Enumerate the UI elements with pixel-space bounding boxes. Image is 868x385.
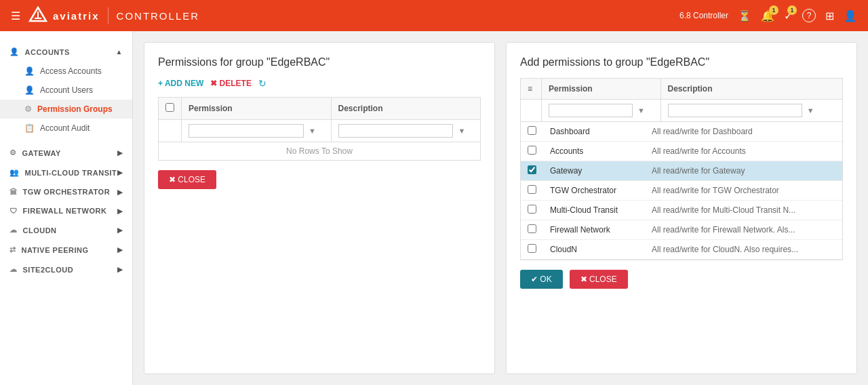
permission-checkbox-2[interactable] (528, 165, 536, 174)
menu-icon[interactable]: ☰ (11, 9, 20, 22)
permission-desc-5: All read/write for Firewall Network. Als… (645, 220, 842, 240)
multicloud-label: Multi-Cloud Transit (25, 169, 117, 177)
permission-groups-icon: ⚙ (24, 104, 32, 114)
right-th-permission: Permission (541, 79, 660, 100)
permission-name-5: Firewall Network (543, 220, 645, 240)
permission-name-6: CloudN (543, 240, 645, 260)
topnav: ☰ aviatrix Controller 6.8 Controller ⏳ 🔔… (0, 0, 868, 31)
account-users-label: Account Users (40, 85, 93, 95)
right-filter-row: ▼ ▼ (521, 100, 843, 122)
permission-checkbox-0[interactable] (528, 126, 536, 135)
firewall-icon: 🛡 (9, 207, 18, 215)
user-icon[interactable]: 👤 (844, 9, 857, 22)
accounts-label: Accounts (25, 48, 70, 56)
permission-name-2: Gateway (543, 161, 645, 181)
add-new-button[interactable]: + ADD NEW (158, 79, 203, 88)
right-th-menu: ≡ (521, 79, 542, 100)
sidebar-item-account-users[interactable]: 👤 Account Users (0, 81, 132, 100)
check-icon[interactable]: ✓ 1 (784, 9, 793, 22)
permission-name-1: Accounts (543, 142, 645, 161)
tgw-chevron: ▶ (117, 188, 123, 196)
access-accounts-icon: 👤 (24, 66, 35, 76)
right-table-row: Firewall NetworkAll read/write for Firew… (521, 220, 842, 240)
sidebar-item-access-accounts[interactable]: 👤 Access Accounts (0, 62, 132, 81)
site2cloud-chevron: ▶ (117, 266, 123, 273)
permission-checkbox-3[interactable] (528, 185, 536, 194)
filter-row: ▼ ▼ (159, 120, 481, 142)
site2cloud-icon: ☁ (9, 265, 18, 274)
left-panel-title: Permissions for group "EdgeRBAC" (158, 56, 481, 68)
access-accounts-label: Access Accounts (40, 66, 102, 76)
permission-checkbox-6[interactable] (528, 244, 536, 253)
bell-icon[interactable]: 🔔 1 (761, 9, 774, 22)
filter-permission-cell: ▼ (182, 120, 332, 142)
th-checkbox (159, 98, 182, 120)
version-label: 6.8 Controller (679, 11, 728, 20)
tgw-label: TGW Orchestrator (23, 188, 111, 196)
right-th-description: Description (660, 79, 843, 100)
permission-checkbox-4[interactable] (528, 205, 536, 214)
permission-name-3: TGW Orchestrator (543, 181, 645, 201)
right-filter-description-cell: ▼ (660, 100, 843, 122)
no-rows-row: No Rows To Show (159, 142, 481, 161)
sidebar-item-account-audit[interactable]: 📋 Account Audit (0, 119, 132, 138)
right-panel-bottom: ✔ OK ✖ CLOSE (520, 270, 843, 289)
cloudn-chevron: ▶ (117, 226, 123, 234)
right-table-row: TGW OrchestratorAll read/write for TGW O… (521, 181, 842, 201)
help-icon[interactable]: ? (802, 9, 816, 22)
filter-checkbox-cell (159, 120, 182, 142)
sidebar-item-permission-groups[interactable]: ⚙ Permission Groups (0, 100, 132, 119)
right-filter-menu-cell (521, 100, 542, 122)
logo-text: aviatrix (53, 10, 100, 22)
sidebar-firewall-header[interactable]: 🛡 Firewall Network ▶ (0, 201, 132, 220)
account-audit-icon: 📋 (24, 123, 35, 133)
permission-filter-input[interactable] (189, 124, 304, 138)
right-permission-filter-input[interactable] (549, 104, 633, 117)
controller-title: Controller (117, 10, 200, 22)
account-users-icon: 👤 (24, 85, 35, 95)
right-table-row: CloudNAll read/write for CloudN. Also re… (521, 240, 842, 260)
permission-desc-6: All read/write for CloudN. Also requires… (645, 240, 842, 260)
right-table-scroll: DashboardAll read/write for DashboardAcc… (520, 122, 843, 260)
right-table-row: Multi-Cloud TransitAll read/write for Mu… (521, 201, 842, 220)
right-description-filter-icon[interactable]: ▼ (807, 106, 814, 115)
permission-filter-icon[interactable]: ▼ (309, 127, 316, 135)
sidebar-tgw-header[interactable]: 🏛 TGW Orchestrator ▶ (0, 182, 132, 201)
sidebar-multicloud-header[interactable]: 👥 Multi-Cloud Transit ▶ (0, 163, 132, 182)
no-rows-text: No Rows To Show (159, 142, 481, 161)
sidebar-gateway-header[interactable]: ⚙ Gateway ▶ (0, 143, 132, 163)
right-table-header-row: ≡ Permission Description (521, 79, 843, 100)
right-table-header: ≡ Permission Description ▼ ▼ (520, 78, 843, 122)
permission-desc-1: All read/write for Accounts (645, 142, 842, 161)
right-table-row: AccountsAll read/write for Accounts (521, 142, 842, 161)
hourglass-icon[interactable]: ⏳ (738, 9, 751, 22)
description-filter-input[interactable] (338, 124, 454, 138)
permission-desc-4: All read/write for Multi-Cloud Transit N… (645, 201, 842, 220)
permission-checkbox-1[interactable] (528, 146, 536, 155)
grid-icon[interactable]: ⊞ (825, 9, 834, 22)
right-panel-close-button[interactable]: ✖ CLOSE (570, 270, 628, 289)
refresh-button[interactable]: ↻ (258, 78, 267, 89)
ok-button[interactable]: ✔ OK (520, 270, 563, 289)
left-panel-close-button[interactable]: ✖ CLOSE (158, 170, 216, 189)
toolbar: + ADD NEW ✖ DELETE ↻ (158, 78, 481, 89)
sidebar-cloudn-header[interactable]: ☁ CloudN ▶ (0, 220, 132, 240)
nav-divider (108, 7, 108, 24)
left-panel: Permissions for group "EdgeRBAC" + ADD N… (144, 42, 495, 374)
sidebar-site2cloud-header[interactable]: ☁ Site2Cloud ▶ (0, 260, 132, 279)
gateway-icon: ⚙ (9, 148, 17, 157)
right-table-row: GatewayAll read/write for Gateway (521, 161, 842, 181)
right-panel: Add permissions to group "EdgeRBAC" ≡ Pe… (506, 42, 857, 374)
permission-desc-0: All read/write for Dashboard (645, 122, 842, 142)
sidebar-accounts-header[interactable]: 👤 Accounts ▲ (0, 42, 132, 62)
sidebar-nativepeering-header[interactable]: ⇄ Native Peering ▶ (0, 240, 132, 260)
select-all-checkbox[interactable] (165, 103, 174, 112)
permissions-table: Permission Description ▼ ▼ (158, 97, 481, 161)
right-description-filter-input[interactable] (668, 104, 802, 117)
right-permission-filter-icon[interactable]: ▼ (637, 106, 645, 115)
logo: aviatrix (28, 6, 100, 25)
gateway-label: Gateway (22, 149, 61, 157)
delete-button[interactable]: ✖ DELETE (210, 79, 252, 88)
description-filter-icon[interactable]: ▼ (458, 127, 465, 135)
permission-checkbox-5[interactable] (528, 224, 536, 233)
